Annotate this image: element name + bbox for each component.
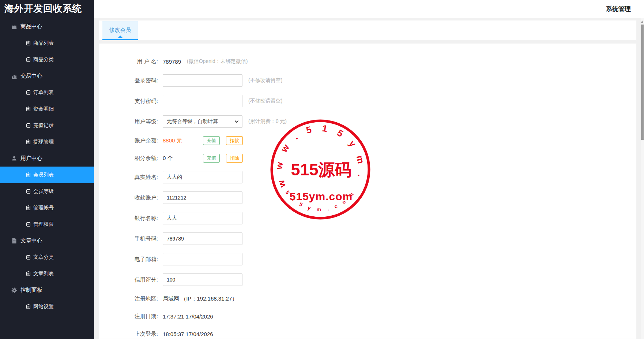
points-value: 0 个 bbox=[163, 155, 203, 162]
sidebar-item-label: 用户中心 bbox=[20, 155, 42, 162]
sidebar-item-label: 资金明细 bbox=[33, 106, 54, 112]
tab-label: 修改会员 bbox=[109, 27, 131, 34]
tab-edit-member[interactable]: 修改会员 bbox=[102, 21, 138, 40]
sidebar-item-label: 充值记录 bbox=[33, 122, 54, 129]
bank-name-label: 银行名称: bbox=[99, 215, 158, 222]
last-login-label: 上次登录: bbox=[99, 331, 158, 338]
scroll-up-icon[interactable] bbox=[641, 21, 643, 23]
row-username: 用 户 名: 789789 (微信Openid：未绑定微信) bbox=[99, 53, 636, 70]
register-region-value: 局域网 （IP：192.168.31.27） bbox=[163, 295, 237, 302]
vertical-scrollbar bbox=[641, 18, 644, 339]
form-icon bbox=[26, 90, 31, 95]
username-label: 用 户 名: bbox=[99, 58, 158, 65]
tab-bar: 修改会员 bbox=[98, 20, 637, 41]
sidebar-item-site-settings[interactable]: 网站设置 bbox=[0, 298, 94, 315]
sidebar-item-label: 商品列表 bbox=[33, 40, 54, 46]
sidebar-item-label: 提现管理 bbox=[33, 139, 54, 145]
form-icon bbox=[26, 255, 31, 260]
credit-score-input[interactable] bbox=[163, 273, 242, 286]
form-icon bbox=[26, 41, 31, 45]
shop-bag-icon bbox=[11, 24, 17, 30]
sidebar-item-member-list[interactable]: 会员列表 bbox=[0, 167, 94, 183]
row-points: 积分余额: 0 个 充值 扣除 bbox=[99, 149, 636, 167]
system-admin-menu[interactable]: 系统管理 bbox=[606, 5, 631, 13]
row-bank-name: 银行名称: bbox=[99, 208, 636, 228]
login-password-label: 登录密码: bbox=[99, 77, 158, 84]
sidebar-item-recharge-record[interactable]: 充值记录 bbox=[0, 117, 94, 134]
sidebar-item-label: 商品分类 bbox=[33, 56, 54, 63]
register-date-value: 17:37:21 17/04/2026 bbox=[163, 313, 213, 320]
sidebar-item-article-category[interactable]: 文章分类 bbox=[0, 249, 94, 265]
sidebar-item-admin-permission[interactable]: 管理权限 bbox=[0, 216, 94, 232]
payment-account-label: 收款账户: bbox=[99, 194, 158, 201]
form-icon bbox=[26, 57, 31, 62]
row-user-level: 用户等级: 无符合等级，自动计算 (累计消费：0 元) bbox=[99, 111, 636, 132]
sidebar-item-label: 会员等级 bbox=[33, 188, 54, 195]
sidebar-item-member-level[interactable]: 会员等级 bbox=[0, 183, 94, 200]
sidebar-item-trade-center[interactable]: 交易中心 bbox=[0, 68, 94, 84]
row-email: 电子邮箱: bbox=[99, 249, 636, 269]
chart-bar-icon bbox=[11, 73, 17, 79]
sidebar-item-label: 交易中心 bbox=[20, 72, 42, 79]
sidebar-item-article-list[interactable]: 文章列表 bbox=[0, 265, 94, 282]
sidebar-item-withdraw-manage[interactable]: 提现管理 bbox=[0, 134, 94, 150]
sidebar-item-label: 文章中心 bbox=[20, 237, 42, 244]
user-level-selected: 无符合等级，自动计算 bbox=[167, 118, 218, 125]
real-name-input[interactable] bbox=[163, 171, 242, 183]
document-icon bbox=[11, 238, 17, 244]
row-real-name: 真实姓名: bbox=[99, 167, 636, 187]
user-level-select[interactable]: 无符合等级，自动计算 bbox=[163, 115, 242, 128]
form-icon bbox=[26, 205, 31, 210]
sidebar-item-label: 会员列表 bbox=[33, 172, 54, 178]
row-pay-password: 支付密码: (不修改请留空) bbox=[99, 91, 636, 111]
email-input[interactable] bbox=[163, 253, 242, 265]
bank-name-input[interactable] bbox=[163, 212, 242, 224]
form-icon bbox=[26, 222, 31, 227]
sidebar-item-order-list[interactable]: 订单列表 bbox=[0, 84, 94, 101]
sidebar-item-goods-center[interactable]: 商品中心 bbox=[0, 18, 94, 35]
login-password-input[interactable] bbox=[163, 74, 242, 87]
sidebar-item-control-panel[interactable]: 控制面板 bbox=[0, 282, 94, 298]
sidebar-item-user-center[interactable]: 用户中心 bbox=[0, 150, 94, 167]
last-login-value: 18:05:37 17/04/2026 bbox=[163, 331, 213, 337]
balance-value: 8800 元 bbox=[163, 137, 203, 144]
row-register-date: 注册日期: 17:37:21 17/04/2026 bbox=[99, 308, 636, 325]
phone-label: 手机号码: bbox=[99, 235, 158, 242]
sidebar-item-goods-list[interactable]: 商品列表 bbox=[0, 35, 94, 51]
username-value: 789789 bbox=[163, 59, 181, 65]
pay-password-input[interactable] bbox=[163, 95, 242, 107]
row-credit-score: 信用评分: bbox=[99, 269, 636, 290]
sidebar-item-fund-detail[interactable]: 资金明细 bbox=[0, 101, 94, 117]
user-level-hint: (累计消费：0 元) bbox=[248, 118, 287, 125]
form-icon bbox=[26, 172, 31, 177]
pay-password-hint: (不修改请留空) bbox=[248, 98, 282, 104]
scrollbar-thumb[interactable] bbox=[641, 25, 644, 140]
sidebar-item-label: 文章列表 bbox=[33, 271, 54, 277]
row-payment-account: 收款账户: bbox=[99, 187, 636, 208]
sidebar-item-label: 订单列表 bbox=[33, 89, 54, 96]
email-label: 电子邮箱: bbox=[99, 256, 158, 263]
balance-deduct-button[interactable]: 扣款 bbox=[226, 136, 243, 145]
sidebar-item-label: 管理权限 bbox=[33, 221, 54, 228]
sidebar-item-goods-category[interactable]: 商品分类 bbox=[0, 51, 94, 68]
points-deduct-button[interactable]: 扣除 bbox=[226, 154, 243, 163]
sidebar-item-label: 网站设置 bbox=[33, 303, 54, 310]
form-icon bbox=[26, 271, 31, 276]
credit-score-label: 信用评分: bbox=[99, 276, 158, 283]
balance-recharge-button[interactable]: 充值 bbox=[203, 136, 220, 145]
row-phone: 手机号码: bbox=[99, 228, 636, 249]
edit-member-form: 用 户 名: 789789 (微信Openid：未绑定微信) 登录密码: (不修… bbox=[98, 43, 637, 339]
sidebar-item-admin-account[interactable]: 管理帐号 bbox=[0, 200, 94, 216]
payment-account-input[interactable] bbox=[163, 191, 242, 204]
phone-input[interactable] bbox=[163, 232, 242, 245]
row-register-region: 注册地区: 局域网 （IP：192.168.31.27） bbox=[99, 290, 636, 308]
user-level-label: 用户等级: bbox=[99, 118, 158, 125]
sidebar-item-article-center[interactable]: 文章中心 bbox=[0, 232, 94, 249]
points-recharge-button[interactable]: 充值 bbox=[203, 154, 220, 163]
gear-icon bbox=[11, 287, 17, 293]
chevron-down-icon bbox=[234, 119, 239, 124]
user-icon bbox=[11, 156, 17, 161]
form-icon bbox=[26, 189, 31, 194]
form-icon bbox=[26, 139, 31, 144]
balance-label: 账户余额: bbox=[99, 137, 158, 144]
